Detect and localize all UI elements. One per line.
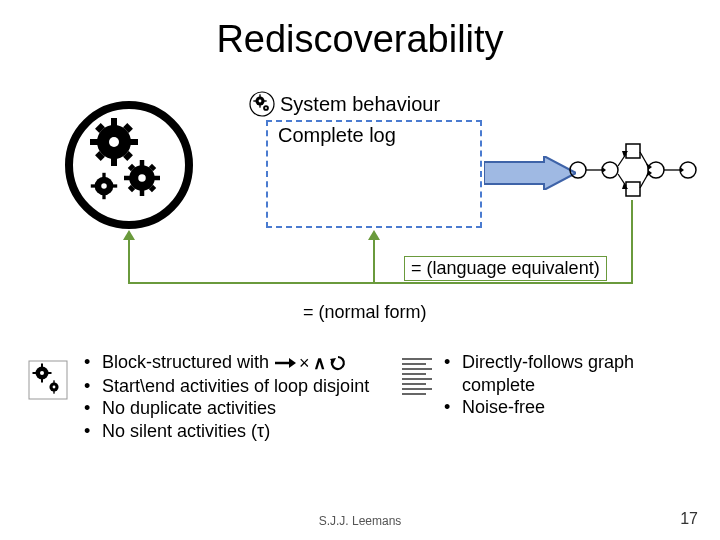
svg-rect-64	[53, 380, 54, 383]
svg-rect-60	[48, 372, 52, 374]
svg-rect-15	[153, 176, 161, 181]
arrowhead-icon	[123, 230, 135, 240]
left-bullet-list: • Block-structured with × ∧ •Start\end a…	[84, 351, 384, 442]
arrowhead-icon	[368, 230, 380, 240]
svg-rect-30	[259, 94, 260, 97]
svg-rect-31	[259, 105, 260, 108]
svg-point-22	[101, 183, 107, 189]
connector-line	[373, 240, 375, 284]
svg-rect-55	[29, 361, 67, 399]
svg-point-2	[109, 137, 119, 147]
svg-marker-49	[602, 167, 606, 173]
svg-rect-65	[53, 391, 54, 394]
language-equivalent-label: = (language equivalent)	[404, 256, 607, 281]
svg-rect-59	[41, 379, 43, 383]
svg-point-12	[138, 174, 146, 182]
list-item: • Block-structured with × ∧	[84, 351, 384, 375]
svg-rect-58	[41, 364, 43, 368]
system-behaviour-label: System behaviour	[280, 93, 440, 116]
svg-point-37	[570, 162, 586, 178]
svg-point-57	[40, 371, 44, 375]
svg-rect-33	[253, 100, 256, 101]
slide-title: Rediscoverability	[0, 18, 720, 61]
petri-net-icon	[568, 140, 698, 200]
footer-author: S.J.J. Leemans	[0, 514, 720, 528]
svg-rect-16	[124, 176, 132, 181]
bullet-text: No silent activities (τ)	[102, 420, 270, 443]
svg-rect-42	[626, 182, 640, 196]
list-item: •Noise-free	[444, 396, 684, 419]
xor-op-icon: ×	[299, 352, 310, 375]
svg-rect-23	[102, 173, 105, 179]
log-lines-icon	[402, 358, 432, 400]
svg-rect-25	[112, 184, 118, 187]
gears-large-icon	[64, 100, 194, 230]
list-item: •No silent activities (τ)	[84, 420, 384, 443]
svg-rect-5	[128, 139, 138, 145]
bullet-text: Noise-free	[462, 396, 545, 419]
svg-point-0	[69, 105, 189, 225]
svg-rect-4	[111, 156, 117, 166]
svg-rect-32	[264, 100, 267, 101]
svg-rect-3	[111, 118, 117, 128]
svg-rect-41	[626, 144, 640, 158]
svg-rect-24	[102, 194, 105, 200]
big-arrow-icon	[484, 156, 576, 190]
right-bullet-list: •Directly-follows graph complete •Noise-…	[444, 351, 684, 419]
list-item: •Directly-follows graph complete	[444, 351, 684, 396]
bullet-dot-icon: •	[84, 351, 102, 375]
gear-small-icon	[248, 90, 276, 118]
complete-log-label: Complete log	[278, 124, 396, 147]
normal-form-label: = (normal form)	[303, 302, 427, 323]
svg-marker-67	[289, 358, 296, 368]
svg-rect-14	[140, 189, 145, 197]
bullet-text: No duplicate activities	[102, 397, 276, 420]
svg-marker-36	[484, 156, 576, 190]
bullet-text: Directly-follows graph complete	[462, 351, 684, 396]
footer-page-number: 17	[680, 510, 698, 528]
loop-op-icon	[329, 355, 347, 371]
list-item: •Start\end activities of loop disjoint	[84, 375, 384, 398]
connector-line	[631, 200, 633, 284]
svg-rect-13	[140, 160, 145, 168]
sequence-op-icon	[274, 357, 296, 369]
svg-marker-50	[680, 167, 684, 173]
svg-rect-61	[33, 372, 37, 374]
connector-line	[128, 282, 633, 284]
svg-point-35	[265, 107, 267, 109]
connector-line	[128, 240, 130, 284]
svg-rect-6	[90, 139, 100, 145]
gear-mini-icon	[28, 360, 68, 400]
and-op-icon: ∧	[313, 352, 326, 375]
bullet-text: Block-structured with	[102, 352, 269, 372]
svg-rect-26	[91, 184, 97, 187]
bullet-text: Start\end activities of loop disjoint	[102, 375, 369, 398]
list-item: •No duplicate activities	[84, 397, 384, 420]
svg-point-29	[259, 100, 262, 103]
svg-point-63	[53, 386, 56, 389]
svg-point-39	[648, 162, 664, 178]
